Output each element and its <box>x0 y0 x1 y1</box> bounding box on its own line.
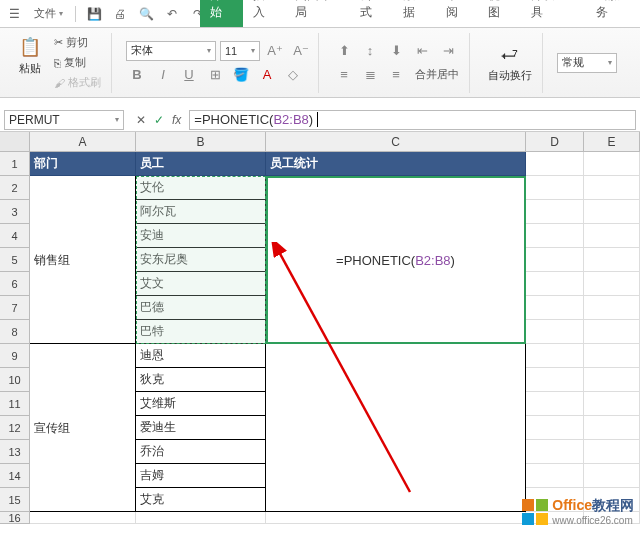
copy-button[interactable]: ⎘复制 <box>50 53 105 72</box>
accept-formula-icon[interactable]: ✓ <box>154 113 164 127</box>
indent-right-icon[interactable]: ⇥ <box>437 41 459 61</box>
col-header[interactable]: A <box>30 132 136 151</box>
cell[interactable] <box>584 152 640 176</box>
wrap-text-button[interactable]: ⮐ 自动换行 <box>484 40 536 85</box>
cell[interactable] <box>584 368 640 392</box>
dept-cell[interactable]: 宣传组 <box>30 416 136 440</box>
employee-cell[interactable]: 巴德 <box>136 296 266 320</box>
format-painter-button[interactable]: 🖌格式刷 <box>50 73 105 92</box>
employee-cell[interactable]: 艾克 <box>136 488 266 512</box>
row-header[interactable]: 13 <box>0 440 30 464</box>
cell[interactable] <box>526 272 584 296</box>
cell[interactable] <box>526 464 584 488</box>
cell[interactable] <box>584 464 640 488</box>
employee-cell[interactable]: 爱迪生 <box>136 416 266 440</box>
dept-cell[interactable]: 销售组 <box>30 248 136 272</box>
cell[interactable] <box>30 512 136 524</box>
row-header[interactable]: 3 <box>0 200 30 224</box>
cell[interactable] <box>266 200 526 224</box>
row-header[interactable]: 9 <box>0 344 30 368</box>
cut-button[interactable]: ✂剪切 <box>50 33 105 52</box>
cell[interactable] <box>526 440 584 464</box>
cell[interactable] <box>584 320 640 344</box>
cell[interactable] <box>584 416 640 440</box>
cell[interactable] <box>584 440 640 464</box>
cell[interactable] <box>266 320 526 344</box>
header-cell[interactable]: 部门 <box>30 152 136 176</box>
row-header[interactable]: 5 <box>0 248 30 272</box>
row-header[interactable]: 12 <box>0 416 30 440</box>
fx-icon[interactable]: fx <box>172 113 181 127</box>
cell[interactable] <box>30 272 136 296</box>
cell[interactable] <box>584 344 640 368</box>
font-size-select[interactable]: 11▾ <box>220 41 260 61</box>
employee-cell[interactable]: 吉姆 <box>136 464 266 488</box>
cell[interactable] <box>30 176 136 200</box>
col-header[interactable]: C <box>266 132 526 151</box>
cell[interactable] <box>266 488 526 512</box>
tab-insert[interactable]: 插入 <box>243 0 286 27</box>
tab-dev[interactable]: 开发工具 <box>521 0 586 27</box>
align-bottom-icon[interactable]: ⬇ <box>385 41 407 61</box>
employee-cell[interactable]: 巴特 <box>136 320 266 344</box>
cell[interactable] <box>584 296 640 320</box>
tab-page-layout[interactable]: 页面布局 <box>285 0 350 27</box>
row-header[interactable]: 7 <box>0 296 30 320</box>
row-header[interactable]: 6 <box>0 272 30 296</box>
cell[interactable] <box>266 392 526 416</box>
font-color-button[interactable]: A <box>256 65 278 85</box>
cell[interactable] <box>266 368 526 392</box>
cell[interactable] <box>266 416 526 440</box>
cancel-formula-icon[interactable]: ✕ <box>136 113 146 127</box>
cell[interactable] <box>584 176 640 200</box>
tab-view[interactable]: 视图 <box>478 0 521 27</box>
tab-start[interactable]: 开始 <box>200 0 243 27</box>
number-format-select[interactable]: 常规▾ <box>557 53 617 73</box>
align-left-icon[interactable]: ≡ <box>333 65 355 85</box>
cell[interactable] <box>30 224 136 248</box>
cell[interactable] <box>526 320 584 344</box>
employee-cell[interactable]: 阿尔瓦 <box>136 200 266 224</box>
cell[interactable] <box>526 416 584 440</box>
underline-button[interactable]: U <box>178 65 200 85</box>
cell[interactable] <box>584 200 640 224</box>
cell[interactable] <box>526 368 584 392</box>
cell[interactable] <box>526 344 584 368</box>
cell[interactable] <box>30 464 136 488</box>
cell[interactable] <box>266 176 526 200</box>
cell[interactable] <box>266 224 526 248</box>
employee-cell[interactable]: 迪恩 <box>136 344 266 368</box>
tab-data[interactable]: 数据 <box>393 0 436 27</box>
cell[interactable] <box>266 344 526 368</box>
row-header[interactable]: 1 <box>0 152 30 176</box>
cell[interactable] <box>584 272 640 296</box>
spreadsheet-grid[interactable]: A B C D E 1部门员工员工统计2艾伦3阿尔瓦4安迪5销售组安东尼奥=PH… <box>0 132 640 532</box>
cell[interactable] <box>526 248 584 272</box>
row-header[interactable]: 10 <box>0 368 30 392</box>
cell[interactable] <box>266 296 526 320</box>
employee-cell[interactable]: 乔治 <box>136 440 266 464</box>
row-header[interactable]: 14 <box>0 464 30 488</box>
cell[interactable] <box>266 272 526 296</box>
cell[interactable] <box>526 152 584 176</box>
italic-button[interactable]: I <box>152 65 174 85</box>
row-header[interactable]: 11 <box>0 392 30 416</box>
cell[interactable] <box>30 488 136 512</box>
cell[interactable] <box>584 392 640 416</box>
employee-cell[interactable]: 艾文 <box>136 272 266 296</box>
merge-button[interactable]: 合并居中 <box>411 65 463 84</box>
select-all-corner[interactable] <box>0 132 30 151</box>
align-top-icon[interactable]: ⬆ <box>333 41 355 61</box>
tab-formulas[interactable]: 公式 <box>350 0 393 27</box>
header-cell[interactable]: 员工统计 <box>266 152 526 176</box>
tab-cloud[interactable]: 云服务 <box>586 0 640 27</box>
header-cell[interactable]: 员工 <box>136 152 266 176</box>
cell[interactable] <box>266 464 526 488</box>
cell[interactable] <box>30 344 136 368</box>
font-name-select[interactable]: 宋体▾ <box>126 41 216 61</box>
decrease-font-icon[interactable]: A⁻ <box>290 41 312 61</box>
cell[interactable] <box>30 440 136 464</box>
paste-button[interactable]: 📋 粘贴 <box>14 33 46 92</box>
align-right-icon[interactable]: ≡ <box>385 65 407 85</box>
employee-cell[interactable]: 艾伦 <box>136 176 266 200</box>
